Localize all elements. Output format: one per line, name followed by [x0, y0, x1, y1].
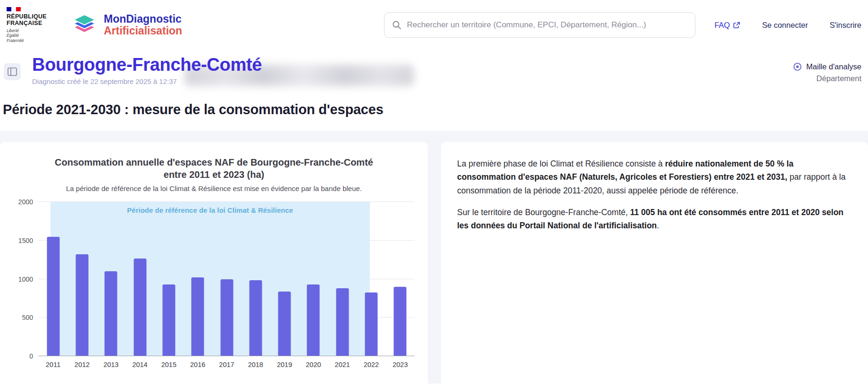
x-tick-label: 2017 — [219, 361, 234, 368]
bar-2020[interactable] — [307, 284, 320, 356]
bar-2022[interactable] — [365, 292, 378, 356]
search-input[interactable] — [407, 20, 687, 30]
x-tick-label: 2018 — [248, 361, 263, 368]
y-tick-label: 1000 — [18, 275, 33, 283]
bar-2014[interactable] — [134, 259, 146, 356]
login-link[interactable]: Se connecter — [762, 21, 808, 30]
main-content: Consommation annuelle d'espaces NAF de B… — [0, 131, 868, 384]
y-tick-label: 1500 — [18, 237, 33, 244]
y-axis: 0500100015002000 — [13, 202, 39, 356]
x-tick-label: 2022 — [364, 361, 379, 368]
signup-link[interactable]: S'inscrire — [830, 21, 861, 30]
x-tick-label: 2023 — [392, 361, 408, 368]
header-nav: FAQ Se connecter S'inscrire — [714, 21, 863, 30]
x-tick-label: 2019 — [277, 361, 292, 368]
x-tick-label: 2015 — [161, 361, 176, 368]
y-tick-label: 0 — [29, 352, 33, 360]
territory-heading: Bourgogne-Franche-Comté Diagnostic créé … — [32, 55, 262, 85]
gov-name-line1: RÉPUBLIQUE — [7, 13, 52, 20]
bar-2019[interactable] — [278, 292, 291, 356]
bar-2021[interactable] — [336, 288, 349, 356]
y-tick-label: 2000 — [18, 198, 33, 206]
x-tick-label: 2013 — [103, 361, 118, 368]
gouv-logo: RÉPUBLIQUE FRANÇAISE Liberté Égalité Fra… — [7, 7, 52, 43]
bar-2011[interactable] — [47, 237, 59, 356]
chart-card: Consommation annuelle d'espaces NAF de B… — [0, 142, 428, 384]
app-name: MonDiagnostic Artificialisation — [104, 13, 182, 37]
side-panel-icon — [8, 67, 17, 76]
gov-motto: Liberté Égalité Fraternité — [7, 28, 52, 43]
x-axis: 2011201220132014201520162017201820192020… — [39, 356, 415, 370]
gov-name: RÉPUBLIQUE FRANÇAISE — [7, 13, 52, 26]
x-tick-label: 2016 — [190, 361, 205, 368]
app-name-line1: MonDiagnostic — [104, 13, 182, 25]
x-axis-line — [39, 356, 415, 356]
x-tick-label: 2011 — [46, 361, 60, 368]
analysis-scale: Maille d'analyse Département — [793, 55, 861, 83]
reference-period-label: Période de référence de la loi Climat & … — [50, 206, 370, 214]
bar-2015[interactable] — [162, 284, 175, 356]
app-name-line2: Artificialisation — [104, 25, 182, 37]
naf-bar-chart: 0500100015002000 Période de référence de… — [13, 202, 415, 370]
chart-plot: Période de référence de la loi Climat & … — [39, 202, 415, 356]
territory-bar: Bourgogne-Franche-Comté Diagnostic créé … — [0, 50, 868, 94]
x-tick-label: 2020 — [306, 361, 321, 368]
y-tick-label: 500 — [22, 314, 33, 321]
x-tick-label: 2021 — [335, 361, 350, 368]
territory-title: Bourgogne-Franche-Comté — [32, 55, 262, 75]
section-header: Période 2021-2030 : mesure de la consomm… — [0, 94, 868, 131]
reference-period-band: Période de référence de la loi Climat & … — [50, 202, 370, 356]
french-flag-icon — [7, 7, 21, 11]
app-logo[interactable]: MonDiagnostic Artificialisation — [71, 13, 182, 37]
bar-2013[interactable] — [105, 271, 117, 356]
chart-title: Consommation annuelle d'espaces NAF de B… — [51, 156, 377, 181]
bar-2018[interactable] — [249, 280, 262, 356]
bar-2017[interactable] — [220, 279, 233, 357]
info-paragraph-2: Sur le territoire de Bourgogne-Franche-C… — [457, 206, 852, 233]
section-title: Période 2021-2030 : mesure de la consomm… — [3, 102, 868, 117]
bar-2016[interactable] — [192, 277, 204, 356]
analysis-scale-label: Maille d'analyse — [806, 62, 861, 71]
bar-2023[interactable] — [394, 287, 407, 356]
external-link-icon — [733, 22, 740, 29]
analysis-scale-value: Département — [793, 74, 861, 83]
sidebar-toggle-button[interactable] — [4, 63, 21, 80]
search-icon — [392, 20, 401, 30]
info-card: La première phase de loi Climat et Résil… — [441, 142, 868, 384]
info-paragraph-1: La première phase de loi Climat et Résil… — [457, 157, 852, 197]
faq-link[interactable]: FAQ — [714, 21, 740, 30]
target-icon — [793, 62, 802, 71]
chart-subtitle: La période de référence de la loi Climat… — [13, 184, 415, 192]
x-tick-label: 2014 — [132, 361, 147, 368]
gov-name-line2: FRANÇAISE — [7, 20, 52, 26]
bar-2012[interactable] — [75, 254, 88, 356]
x-tick-label: 2012 — [75, 361, 90, 368]
app-header: RÉPUBLIQUE FRANÇAISE Liberté Égalité Fra… — [0, 0, 868, 50]
diagnostic-created-date: Diagnostic créé le 22 septembre 2025 à 1… — [32, 77, 262, 85]
page: { "header": { "gov": { "republique": "RÉ… — [0, 0, 868, 384]
territory-search[interactable] — [384, 12, 695, 38]
layers-logo-icon — [71, 14, 98, 36]
